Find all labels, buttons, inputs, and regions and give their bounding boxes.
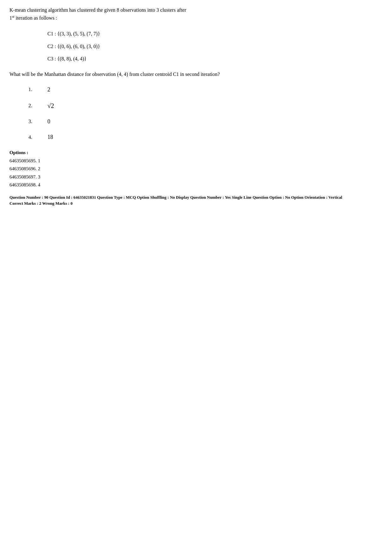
- clusters-list: C1 : {(3, 3), (5, 5), (7, 7)} C2 : {(0, …: [47, 28, 383, 64]
- intro-line1: K-mean clustering algorithm has clustere…: [9, 7, 186, 13]
- option-row-2: 2. √2: [28, 101, 383, 110]
- cluster-c3: C3 : {(8, 8), (4, 4)}: [47, 53, 383, 64]
- option-id-4: 64635085698. 4: [9, 182, 40, 187]
- intro-sup: st: [12, 15, 14, 18]
- options-label: Options :: [9, 150, 28, 155]
- option-value-3: 0: [47, 118, 50, 126]
- option-id-2: 64635085696. 2: [9, 166, 40, 171]
- option-number-2: 2.: [28, 102, 47, 109]
- intro-ordinal: 1st iteration as follows :: [9, 15, 57, 21]
- option-id-3: 64635085697. 3: [9, 174, 40, 179]
- option-id-1: 64635085695. 1: [9, 158, 40, 163]
- option-row-1: 1. 2: [28, 86, 383, 94]
- question-container: K-mean clustering algorithm has clustere…: [9, 6, 383, 206]
- cluster-c1: C1 : {(3, 3), (5, 5), (7, 7)}: [47, 28, 383, 39]
- option-number-1: 1.: [28, 86, 47, 93]
- cluster-c2: C2 : {(0, 6), (6, 0), (3, 0)}: [47, 41, 383, 52]
- answer-options: 1. 2 2. √2 3. 0 4. 18: [28, 86, 383, 141]
- options-ids-section: Options : 64635085695. 1 64635085696. 2 …: [9, 149, 383, 189]
- option-row-4: 4. 18: [28, 133, 383, 141]
- option-number-4: 4.: [28, 134, 47, 141]
- option-value-4: 18: [47, 133, 53, 141]
- option-number-3: 3.: [28, 118, 47, 125]
- question-prompt: What will be the Manhattan distance for …: [9, 71, 383, 78]
- option-row-3: 3. 0: [28, 118, 383, 126]
- question-meta: Question Number : 90 Question Id : 64635…: [9, 194, 383, 201]
- question-intro: K-mean clustering algorithm has clustere…: [9, 6, 383, 22]
- intro-line3: iteration as follows :: [15, 15, 57, 21]
- option-value-1: 2: [47, 86, 50, 94]
- option-value-2: √2: [47, 101, 54, 110]
- correct-marks: Correct Marks : 2 Wrong Marks : 0: [9, 201, 383, 206]
